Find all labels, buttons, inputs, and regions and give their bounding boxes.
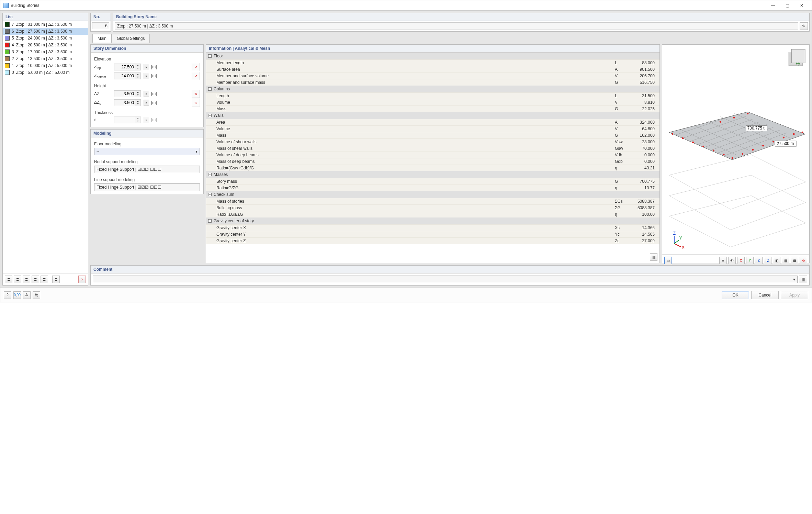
help-button[interactable]: ? (4, 291, 11, 299)
story-item-6[interactable]: 6Ztop : 27.500 m | ΔZ : 3.500 m (3, 28, 88, 35)
story-name-input[interactable]: Ztop : 27.500 m | ΔZ : 3.500 m (115, 22, 798, 30)
dz0-label: ΔZ0 (94, 100, 112, 105)
story-item-3[interactable]: 3Ztop : 17.000 m | ΔZ : 3.500 m (3, 48, 88, 55)
viewer-tool-iso[interactable]: ◧ (773, 257, 780, 264)
dz-step[interactable]: ▸ (144, 91, 149, 97)
svg-text:27.500 m: 27.500 m (777, 141, 794, 146)
story-number-input[interactable] (92, 22, 109, 29)
viewer-panel: +y (662, 44, 810, 263)
viewer-tool-view[interactable]: ▦ (782, 257, 789, 264)
svg-point-30 (802, 132, 803, 133)
dz-input[interactable] (114, 90, 135, 97)
function-button[interactable]: fx (33, 291, 40, 299)
units-button[interactable]: 0,00 (13, 291, 21, 299)
dz0-pick-button: ⇅ (192, 99, 200, 107)
viewer-tool-z[interactable]: Z (755, 257, 763, 264)
list-tool-1[interactable]: ≣ (5, 276, 12, 283)
comment-header: Comment (91, 266, 809, 273)
viewer-tool-levels[interactable]: ≡ (719, 257, 727, 264)
svg-text:Y: Y (679, 236, 682, 241)
text-tool-button[interactable]: Aᵢ (23, 291, 31, 299)
d-label: d (94, 118, 112, 122)
info-row: Ratio=G/ΣGη13.77 (206, 185, 659, 191)
info-tree[interactable]: −FloorMember lengthL88.000Surface areaA9… (206, 53, 659, 251)
story-item-5[interactable]: 5Ztop : 24.000 m | ΔZ : 3.500 m (3, 35, 88, 42)
ok-button[interactable]: OK (722, 291, 749, 299)
delete-story-button[interactable]: ✕ (78, 276, 86, 283)
viewer-tool-minusz[interactable]: -Z (764, 257, 771, 264)
nodal-modeling-combo[interactable]: Fixed Hinge Support | ☑☑☑ ☐☐☐ (94, 166, 200, 173)
thickness-label: Thickness (94, 110, 200, 115)
comment-input[interactable]: ▾ (93, 276, 798, 283)
list-tool-2[interactable]: ≣ (14, 276, 21, 283)
tab-global-settings[interactable]: Global Settings (112, 34, 150, 43)
viewer-select-tool[interactable]: ▭ (664, 257, 672, 264)
app-icon (3, 3, 9, 8)
info-row: Surface areaA901.500 (206, 66, 659, 72)
viewer-tool-visibility[interactable]: 👁 (728, 257, 736, 264)
viewer-tool-x[interactable]: X (737, 257, 745, 264)
dz0-input[interactable] (114, 99, 135, 106)
info-row: Mass of storiesΣGs5088.387 (206, 198, 659, 204)
line-modeling-combo[interactable]: Fixed Hinge Support | ☑☑☑ ☐☐☐ (94, 183, 200, 191)
modeling-header: Modeling (91, 130, 203, 137)
info-row: Mass of deep beamsGdb0.000 (206, 158, 659, 165)
svg-point-23 (732, 157, 733, 159)
ztop-input[interactable] (114, 64, 135, 70)
svg-text:700.775 t: 700.775 t (747, 126, 765, 131)
svg-line-40 (674, 244, 681, 247)
info-row: VolumeV8.810 (206, 99, 659, 105)
minimize-button[interactable]: — (766, 1, 780, 10)
story-item-4[interactable]: 4Ztop : 20.500 m | ΔZ : 3.500 m (3, 42, 88, 48)
name-header: Building Story Name (113, 13, 809, 21)
list-tool-3[interactable]: ≣ (23, 276, 30, 283)
svg-text:X: X (682, 245, 685, 250)
floor-modeling-label: Floor modeling (94, 142, 200, 146)
ztop-pick-button[interactable]: ↗ (192, 63, 200, 71)
zbot-pick-button[interactable]: ↗ (192, 72, 200, 80)
d-input (114, 116, 135, 123)
viewer-tool-print[interactable]: 🖶 (791, 257, 798, 264)
list-tool-5[interactable]: ≣ (41, 276, 48, 283)
story-item-2[interactable]: 2Ztop : 13.500 m | ΔZ : 3.500 m (3, 55, 88, 62)
viewer-tool-reset[interactable]: ⟲ (800, 257, 807, 264)
line-modeling-label: Line support modeling (94, 177, 200, 182)
window-title: Building Stories (11, 3, 766, 8)
floor-modeling-combo[interactable]: --▾ (94, 148, 200, 155)
dz0-step[interactable]: ▸ (144, 100, 149, 106)
tab-main[interactable]: Main (92, 34, 112, 43)
edit-name-button[interactable]: ✎ (800, 22, 808, 30)
info-row: Ratio=ΣGs/ΣGη100.00 (206, 211, 659, 217)
info-row: Volume of deep beamsVdb0.000 (206, 152, 659, 158)
story-item-0[interactable]: 0Ztop : 5.000 m | ΔZ : 5.000 m (3, 69, 88, 76)
info-row: Gravity center YYc14.505 (206, 231, 659, 237)
svg-point-18 (682, 137, 684, 139)
close-button[interactable]: ✕ (794, 1, 809, 10)
elevation-label: Elevation (94, 57, 200, 62)
svg-point-28 (783, 137, 785, 138)
maximize-button[interactable]: ▢ (780, 1, 794, 10)
story-list[interactable]: 7Ztop : 31.000 m | ΔZ : 3.500 m6Ztop : 2… (3, 21, 88, 273)
svg-point-26 (762, 145, 764, 147)
dz-pick-button[interactable]: ⇅ (192, 90, 200, 98)
cancel-button[interactable]: Cancel (751, 291, 779, 299)
info-row: Gravity center XXc14.366 (206, 224, 659, 231)
list-tool-4[interactable]: ≣ (32, 276, 39, 283)
svg-point-33 (720, 121, 721, 123)
info-row: Member and surface massG516.750 (206, 79, 659, 86)
info-row: Mass of shear wallsGsw70.000 (206, 145, 659, 152)
zbot-input[interactable] (114, 72, 135, 79)
viewer-3d[interactable]: +y (662, 45, 809, 254)
zbot-step[interactable]: ▸ (144, 73, 149, 79)
story-item-7[interactable]: 7Ztop : 31.000 m | ΔZ : 3.500 m (3, 21, 88, 28)
story-item-1[interactable]: 1Ztop : 10.000 m | ΔZ : 5.000 m (3, 62, 88, 69)
info-row: MassG22.025 (206, 105, 659, 112)
story-list-panel: List 7Ztop : 31.000 m | ΔZ : 3.500 m6Zto… (2, 13, 88, 286)
ztop-step[interactable]: ▸ (144, 64, 149, 70)
viewer-tool-y[interactable]: Y (746, 257, 754, 264)
svg-point-27 (772, 141, 774, 143)
comment-library-button[interactable]: ▥ (799, 276, 807, 283)
list-tool-6[interactable]: ≣ (52, 276, 60, 283)
info-export-button[interactable]: ▦ (650, 253, 657, 261)
svg-point-22 (723, 154, 725, 156)
